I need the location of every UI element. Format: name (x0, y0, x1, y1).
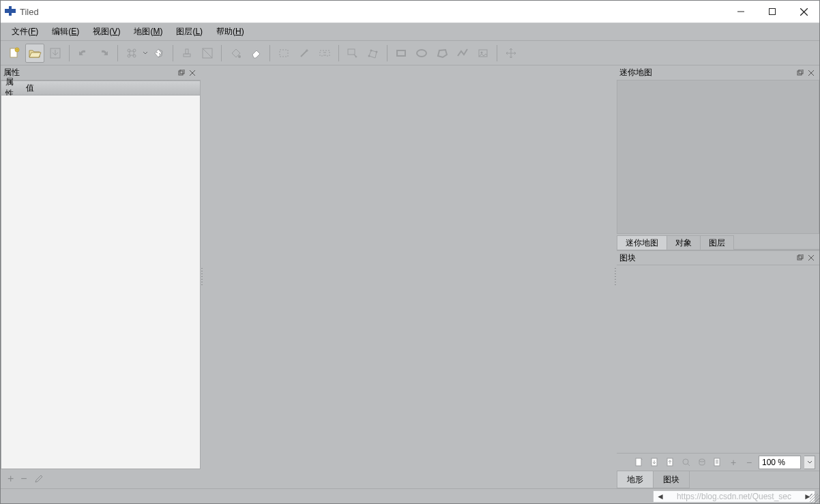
titlebar: Tiled (1, 1, 819, 23)
svg-rect-34 (799, 254, 803, 258)
open-file-button[interactable] (25, 44, 44, 63)
random-button[interactable] (149, 44, 169, 63)
insert-tile-button[interactable] (473, 44, 493, 63)
splitter-right[interactable] (614, 65, 617, 488)
edit-polygon-button[interactable] (364, 44, 383, 63)
window-buttons (725, 1, 819, 23)
save-file-button[interactable] (46, 44, 65, 63)
svg-point-39 (699, 459, 705, 462)
minimap-view[interactable] (617, 80, 819, 234)
chevron-left-icon[interactable]: ◄ (656, 492, 664, 501)
separator (387, 45, 387, 61)
move-button[interactable] (501, 44, 521, 63)
svg-rect-14 (184, 54, 190, 57)
separator (338, 45, 339, 61)
stamp-brush-button[interactable] (177, 44, 196, 63)
remove-tiles-button[interactable]: − (743, 456, 755, 469)
svg-rect-29 (179, 71, 183, 75)
insert-rectangle-button[interactable] (392, 44, 411, 63)
properties-col-value[interactable]: 值 (22, 83, 38, 94)
separator (221, 45, 222, 61)
maximize-button[interactable] (757, 1, 788, 23)
zoom-dropdown[interactable] (804, 456, 815, 469)
svg-point-28 (481, 51, 483, 53)
minimize-button[interactable] (725, 1, 757, 23)
remove-property-button[interactable]: − (20, 473, 27, 485)
export-tileset-button[interactable] (664, 456, 677, 469)
menu-layer-label: 图层 (176, 27, 192, 36)
redo-button[interactable] (94, 44, 113, 63)
tab-tiles[interactable]: 图块 (654, 471, 690, 488)
tab-objects[interactable]: 对象 (667, 235, 701, 250)
svg-point-24 (376, 50, 378, 53)
svg-rect-0 (5, 9, 9, 13)
menu-help[interactable]: 帮助(H) (209, 24, 251, 40)
svg-rect-15 (186, 49, 188, 54)
add-tiles-button[interactable]: + (727, 456, 740, 469)
terrain-brush-button[interactable] (198, 44, 217, 63)
separator (117, 45, 118, 61)
panel-restore-icon[interactable] (795, 252, 806, 263)
zoom-input[interactable]: 100 % (759, 456, 801, 469)
menu-layer[interactable]: 图层(L) (169, 24, 209, 40)
panel-properties-title: 属性 (3, 67, 176, 78)
rectangle-select-button[interactable] (274, 44, 293, 63)
panel-restore-icon[interactable] (176, 68, 187, 78)
tab-terrain[interactable]: 地形 (617, 471, 654, 488)
close-button[interactable] (788, 1, 819, 23)
panel-close-icon[interactable] (806, 252, 817, 263)
magic-wand-button[interactable] (295, 44, 314, 63)
import-tileset-button[interactable] (649, 456, 661, 469)
undo-button[interactable] (74, 44, 93, 63)
svg-rect-18 (280, 50, 288, 57)
add-property-button[interactable]: + (8, 473, 14, 485)
panel-properties-header[interactable]: 属性 (1, 65, 201, 80)
delete-tileset-button[interactable] (696, 456, 708, 469)
menu-map[interactable]: 地图(M) (127, 24, 169, 40)
menu-edit[interactable]: 编辑(E) (45, 24, 86, 40)
menu-file[interactable]: 文件(F) (5, 24, 45, 40)
tilesets-toolbar: + − 100 % (617, 453, 819, 471)
tab-layers[interactable]: 图层 (701, 235, 734, 250)
panel-restore-icon[interactable] (795, 68, 806, 78)
new-file-button[interactable] (5, 44, 24, 63)
panel-minimap-header[interactable]: 迷你地图 (617, 65, 819, 80)
select-objects-button[interactable] (343, 44, 362, 63)
statusbar: ◄ https://blog.csdn.net/Quest_sec ► (1, 488, 819, 503)
panel-close-icon[interactable] (806, 68, 817, 78)
editor-canvas[interactable] (203, 65, 614, 488)
tileset-properties-button[interactable] (680, 456, 692, 469)
tab-minimap[interactable]: 迷你地图 (617, 235, 667, 250)
same-tile-select-button[interactable] (315, 44, 334, 63)
resize-grip[interactable] (810, 494, 819, 503)
svg-rect-32 (799, 70, 803, 74)
insert-polyline-button[interactable] (453, 44, 472, 63)
insert-ellipse-button[interactable] (412, 44, 431, 63)
status-pager[interactable]: ◄ https://blog.csdn.net/Quest_sec ► (653, 490, 815, 503)
panel-tilesets-header[interactable]: 图块 (617, 250, 819, 265)
insert-polygon-button[interactable] (433, 44, 452, 63)
panel-properties: 属性 属性 值 + − (1, 65, 201, 488)
properties-table-header: 属性 值 (1, 80, 201, 95)
rename-tileset-button[interactable] (712, 456, 724, 469)
svg-point-23 (370, 49, 372, 51)
splitter-left[interactable] (201, 65, 203, 488)
bucket-fill-button[interactable] (226, 44, 245, 63)
svg-rect-3 (770, 9, 776, 15)
menu-view[interactable]: 视图(V) (86, 24, 127, 40)
tilesets-view[interactable] (617, 265, 819, 453)
new-tileset-button[interactable] (633, 456, 645, 469)
separator (69, 45, 70, 61)
toolbar (1, 41, 819, 65)
panel-close-icon[interactable] (187, 68, 198, 78)
separator (269, 45, 270, 61)
svg-rect-11 (130, 51, 134, 55)
status-watermark: https://blog.csdn.net/Quest_sec (677, 492, 791, 501)
command-button[interactable] (122, 44, 141, 63)
separator (173, 45, 173, 61)
menu-view-label: 视图 (93, 27, 109, 36)
dropdown-arrow-icon[interactable] (143, 46, 148, 60)
eraser-button[interactable] (246, 44, 265, 63)
tilesets-bottom-tabs: 地形 图块 (617, 471, 819, 488)
edit-property-button[interactable] (34, 474, 44, 484)
